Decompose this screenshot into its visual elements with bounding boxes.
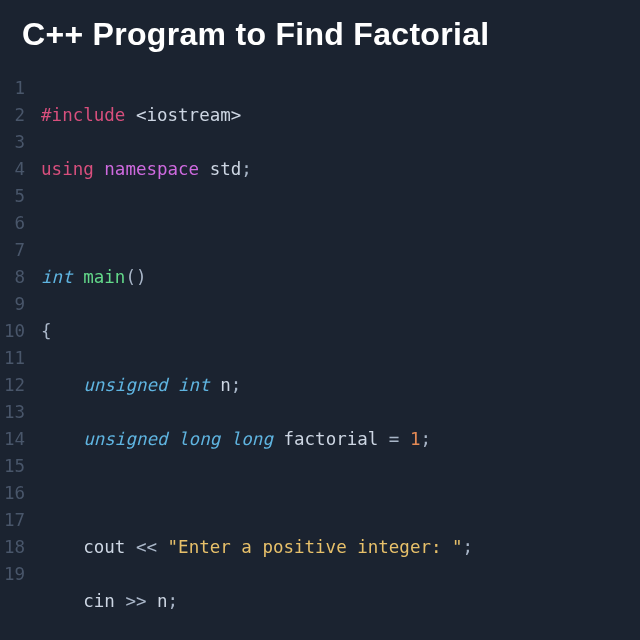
- line-number: 7: [4, 237, 25, 264]
- line-number: 16: [4, 480, 25, 507]
- code-line: [41, 210, 621, 237]
- line-number: 4: [4, 156, 25, 183]
- code-line: int main(): [41, 264, 621, 291]
- line-number: 15: [4, 453, 25, 480]
- code-line: #include <iostream>: [41, 102, 621, 129]
- line-number: 12: [4, 372, 25, 399]
- line-number: 17: [4, 507, 25, 534]
- line-number-gutter: 1 2 3 4 5 6 7 8 9 10 11 12 13 14 15 16 1…: [4, 75, 41, 640]
- line-number: 19: [4, 561, 25, 588]
- code-line: unsigned int n;: [41, 372, 621, 399]
- code-line: {: [41, 318, 621, 345]
- line-number: 13: [4, 399, 25, 426]
- line-number: 2: [4, 102, 25, 129]
- line-number: 18: [4, 534, 25, 561]
- line-number: 8: [4, 264, 25, 291]
- line-number: 9: [4, 291, 25, 318]
- line-number: 11: [4, 345, 25, 372]
- code-line: using namespace std;: [41, 156, 621, 183]
- code-line: unsigned long long factorial = 1;: [41, 426, 621, 453]
- line-number: 10: [4, 318, 25, 345]
- line-number: 5: [4, 183, 25, 210]
- code-line: cin >> n;: [41, 588, 621, 615]
- page-title: C++ Program to Find Factorial: [0, 0, 640, 75]
- line-number: 1: [4, 75, 25, 102]
- code-editor: 1 2 3 4 5 6 7 8 9 10 11 12 13 14 15 16 1…: [0, 75, 640, 640]
- line-number: 3: [4, 129, 25, 156]
- line-number: 14: [4, 426, 25, 453]
- code-block: #include <iostream> using namespace std;…: [41, 75, 621, 640]
- code-line: [41, 480, 621, 507]
- line-number: 6: [4, 210, 25, 237]
- code-line: cout << "Enter a positive integer: ";: [41, 534, 621, 561]
